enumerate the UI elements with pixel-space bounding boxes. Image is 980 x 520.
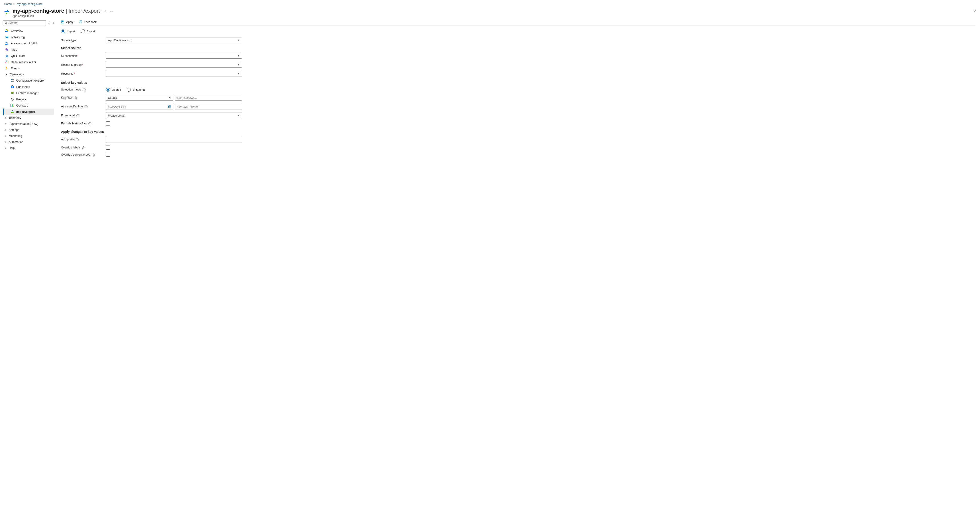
label-source-type: Source type	[61, 38, 103, 42]
from-label-select[interactable]: Please select ▼	[106, 113, 242, 118]
svg-rect-4	[6, 29, 7, 30]
sidebar-search-input[interactable]	[8, 21, 45, 24]
add-prefix-input[interactable]	[106, 137, 242, 142]
sidebar-item-overview[interactable]: Overview	[3, 28, 54, 34]
sidebar-group-automation[interactable]: ▸ Automation	[3, 139, 54, 145]
chevron-right-icon: ▸	[5, 128, 6, 131]
svg-rect-29	[62, 21, 64, 22]
sidebar-item-feature-manager[interactable]: Feature manager	[3, 90, 54, 96]
sidebar-search[interactable]	[3, 20, 46, 26]
radio-selection-snapshot[interactable]: Snapshot	[127, 88, 145, 92]
apply-button[interactable]: Apply	[61, 20, 73, 24]
exclude-feature-flag-checkbox[interactable]	[106, 121, 110, 126]
sidebar-group-monitoring[interactable]: ▸ Monitoring	[3, 133, 54, 139]
label-override-labels: Override labels i	[61, 146, 103, 149]
breadcrumb-sep: >	[13, 2, 15, 6]
label-resource: Resource*	[61, 72, 103, 75]
sidebar-sort-button[interactable]: ⇵	[48, 21, 51, 24]
feedback-button[interactable]: Feedback	[79, 20, 97, 24]
calendar-icon[interactable]	[168, 105, 171, 108]
override-content-types-checkbox[interactable]	[106, 153, 110, 157]
activity-log-icon	[5, 35, 9, 39]
sidebar-group-help[interactable]: ▸ Help	[3, 145, 54, 151]
sidebar-item-restore[interactable]: Restore	[3, 96, 54, 102]
label-add-prefix: Add prefix i	[61, 138, 103, 141]
radio-dot-icon	[61, 29, 65, 33]
sidebar-group-experimentation[interactable]: ▸ Experimentation (New)	[3, 121, 54, 127]
sidebar-item-quick-start[interactable]: Quick start	[3, 53, 54, 59]
import-export-mode: Import Export	[61, 29, 976, 33]
chevron-down-icon: ▼	[5, 73, 8, 76]
compare-icon	[11, 104, 14, 107]
favorite-button[interactable]: ☆	[104, 10, 107, 13]
info-icon[interactable]: i	[88, 122, 91, 125]
overview-icon	[5, 29, 9, 32]
sidebar: ⇵ « Overview Activity log Access control…	[0, 20, 56, 169]
resource-group-select[interactable]: ▼	[106, 62, 242, 67]
svg-point-23	[11, 86, 13, 88]
section-select-kv: Select key-values	[61, 81, 976, 85]
sidebar-item-events[interactable]: Events	[3, 65, 54, 71]
date-input[interactable]	[106, 104, 173, 109]
sidebar-item-access-control[interactable]: Access control (IAM)	[3, 40, 54, 46]
breadcrumb-home[interactable]: Home	[4, 2, 12, 6]
toolbar: Apply Feedback	[61, 20, 976, 26]
radio-dot-icon	[127, 88, 131, 92]
key-filter-op-select[interactable]: Equals ▼	[106, 95, 173, 100]
page-subtitle: App Configuration	[13, 14, 100, 18]
radio-import[interactable]: Import	[61, 29, 75, 33]
info-icon[interactable]: i	[76, 114, 79, 117]
close-button[interactable]: ✕	[973, 9, 976, 13]
snapshots-icon	[11, 85, 14, 88]
sidebar-group-settings[interactable]: ▸ Settings	[3, 127, 54, 133]
svg-point-9	[6, 42, 7, 43]
key-filter-input[interactable]	[175, 95, 242, 100]
import-export-icon	[11, 110, 14, 113]
info-icon[interactable]: i	[74, 97, 77, 99]
info-icon[interactable]: i	[82, 147, 85, 149]
svg-rect-24	[11, 85, 13, 86]
radio-selection-default[interactable]: Default	[106, 88, 121, 92]
chevron-down-icon: ▼	[237, 54, 240, 57]
subscription-select[interactable]: ▼	[106, 53, 242, 59]
svg-rect-8	[6, 38, 7, 38]
chevron-down-icon: ▼	[237, 39, 240, 41]
info-icon[interactable]: i	[84, 105, 88, 108]
sidebar-item-compare[interactable]: Compare	[3, 102, 54, 108]
page-title: my-app-config-store | Import/export	[13, 8, 100, 14]
sidebar-collapse-button[interactable]: «	[52, 21, 54, 24]
svg-rect-21	[12, 81, 14, 81]
sidebar-item-config-explorer[interactable]: Configuration explorer	[3, 77, 54, 84]
info-icon[interactable]: i	[76, 139, 79, 141]
more-actions-button[interactable]: ⋯	[110, 10, 113, 13]
time-input[interactable]	[175, 104, 242, 109]
breadcrumb-resource[interactable]: my-app-config-store	[17, 2, 43, 6]
sidebar-item-resource-visualizer[interactable]: Resource visualizer	[3, 59, 54, 65]
sidebar-item-snapshots[interactable]: Snapshots	[3, 84, 54, 90]
sidebar-item-tags[interactable]: Tags	[3, 46, 54, 53]
sidebar-group-operations[interactable]: ▼ Operations	[3, 71, 54, 77]
chevron-right-icon: ▸	[5, 134, 6, 137]
svg-line-1	[6, 23, 7, 24]
info-icon[interactable]: i	[92, 153, 95, 156]
chevron-right-icon: ▸	[5, 122, 6, 125]
sidebar-group-telemetry[interactable]: ▸ Telemetry	[3, 115, 54, 121]
chevron-down-icon: ▼	[237, 114, 240, 117]
svg-point-11	[6, 49, 7, 49]
sidebar-item-import-export[interactable]: Import/export	[3, 108, 54, 115]
svg-rect-6	[6, 36, 8, 37]
svg-point-10	[7, 43, 8, 44]
sidebar-nav: Overview Activity log Access control (IA…	[3, 28, 54, 151]
svg-rect-2	[5, 31, 8, 32]
svg-rect-27	[11, 104, 12, 107]
resource-select[interactable]: ▼	[106, 71, 242, 77]
override-labels-checkbox[interactable]	[106, 145, 110, 150]
info-icon[interactable]: i	[83, 88, 86, 91]
source-type-select[interactable]: App Configuration ▼	[106, 37, 242, 43]
sidebar-item-activity-log[interactable]: Activity log	[3, 34, 54, 40]
radio-export[interactable]: Export	[81, 29, 95, 33]
chevron-right-icon: ▸	[5, 116, 6, 119]
label-selection-mode: Selection mode i	[61, 88, 103, 91]
svg-rect-12	[6, 56, 7, 57]
section-apply-changes: Apply changes to key-values	[61, 130, 976, 134]
